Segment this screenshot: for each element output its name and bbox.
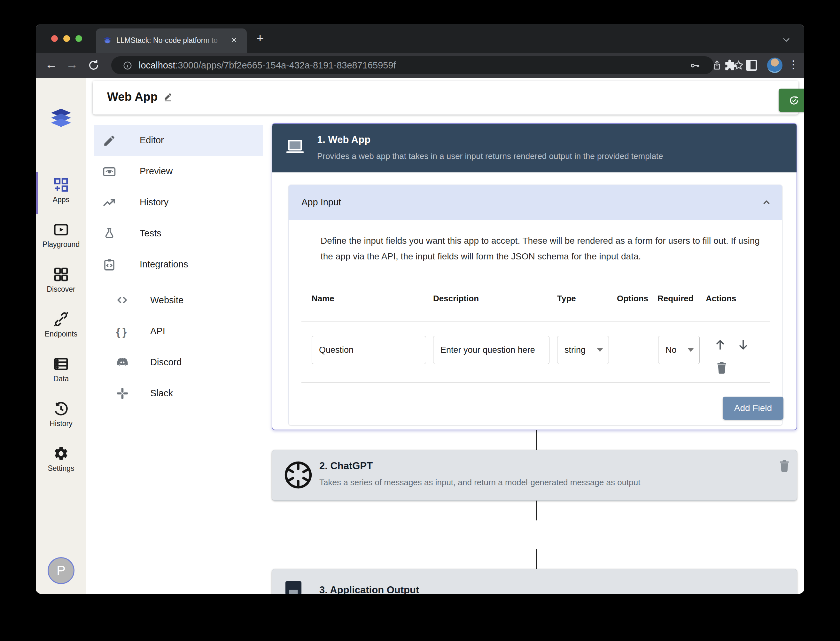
browser-toolbar: ← → localhost:3000/apps/7bf2e665-154a-43… [36, 53, 804, 78]
url-bar[interactable]: localhost:3000/apps/7bf2e665-154a-432a-8… [111, 56, 714, 74]
nav-item-preview[interactable]: Preview [94, 156, 263, 187]
sidebar-label: Playground [36, 240, 86, 249]
move-up-icon[interactable] [713, 338, 727, 352]
nav-label: Website [150, 295, 183, 306]
refresh-button[interactable] [87, 58, 100, 72]
sidebar-item-settings[interactable]: Settings [36, 446, 86, 473]
discover-icon [53, 266, 69, 282]
share-icon[interactable] [712, 60, 723, 71]
app-input-title: App Input [301, 197, 341, 208]
nav-item-history[interactable]: History [94, 187, 263, 218]
browser-tab-bar: LLMStack: No-code platform to × + [36, 24, 804, 53]
collapse-chevron-icon[interactable] [761, 197, 772, 208]
sidebar-item-endpoints[interactable]: Endpoints [36, 311, 86, 338]
nav-item-website[interactable]: Website [94, 285, 263, 316]
openai-logo-icon [284, 460, 313, 490]
sidebar-item-data[interactable]: Data [36, 356, 86, 383]
nav-item-editor[interactable]: Editor [94, 125, 263, 156]
delete-step-trash-icon[interactable] [777, 458, 792, 473]
nav-label: Preview [140, 166, 173, 177]
slack-icon [116, 387, 130, 401]
traffic-light-minimize[interactable] [63, 35, 70, 42]
step1-subtitle: Provides a web app that takes in a user … [317, 151, 663, 161]
url-text: localhost:3000/apps/7bf2e665-154a-432a-8… [139, 60, 396, 71]
back-button[interactable]: ← [42, 55, 60, 73]
forward-button[interactable]: → [63, 55, 81, 73]
page-header: Web App Publish [93, 81, 798, 114]
extensions-puzzle-icon[interactable] [724, 59, 736, 71]
url-host: localhost [139, 60, 175, 70]
traffic-light-close[interactable] [51, 35, 58, 42]
add-field-button[interactable]: Add Field [723, 397, 784, 420]
nav-item-discord[interactable]: Discord [94, 347, 263, 378]
nav-item-tests[interactable]: Tests [94, 218, 263, 249]
sidebar-label: Settings [36, 464, 86, 473]
field-type-select[interactable]: string [557, 336, 609, 364]
sidebar-item-history[interactable]: History [36, 401, 86, 428]
col-header-required: Required [657, 294, 694, 304]
sidebar-label: Apps [36, 195, 86, 204]
app-sidebar: Apps Playground Discover [36, 78, 86, 594]
edit-title-icon[interactable] [164, 92, 173, 102]
integrations-icon [103, 258, 116, 272]
playground-icon [53, 222, 69, 238]
sidebar-item-apps[interactable]: Apps [36, 177, 86, 204]
traffic-light-zoom[interactable] [75, 35, 82, 42]
discord-icon [116, 356, 130, 369]
llmstack-favicon [102, 35, 112, 46]
field-required-select[interactable]: No [658, 336, 700, 364]
app-input-description: Define the input fields you want this ap… [321, 233, 768, 264]
profile-avatar[interactable] [767, 58, 782, 73]
preview-eye-icon [103, 165, 116, 179]
new-tab-icon[interactable]: + [256, 31, 264, 45]
field-description-input[interactable] [433, 336, 549, 364]
app-input-panel: App Input Define the input fields you wa… [288, 185, 782, 425]
endpoints-icon [53, 311, 69, 327]
nav-item-api[interactable]: { } API [94, 316, 263, 347]
browser-window: LLMStack: No-code platform to × + ← → lo… [36, 24, 804, 594]
chevron-down-icon [597, 348, 603, 352]
sidebar-item-discover[interactable]: Discover [36, 266, 86, 294]
flow-connector [536, 430, 537, 450]
side-panel-icon[interactable] [746, 60, 757, 71]
col-header-name: Name [312, 294, 334, 304]
field-type-value: string [564, 345, 586, 355]
nav-label: History [140, 197, 169, 208]
trending-icon [103, 196, 116, 209]
step-card-application-output[interactable]: 3. Application Output [272, 569, 797, 594]
app-input-header[interactable]: App Input [289, 185, 782, 220]
delete-field-trash-icon[interactable] [715, 360, 729, 375]
move-down-icon[interactable] [736, 338, 750, 352]
key-icon[interactable] [690, 60, 700, 71]
nav-item-slack[interactable]: Slack [94, 378, 263, 409]
screenshot-stage: LLMStack: No-code platform to × + ← → lo… [0, 0, 840, 641]
settings-gear-icon [53, 446, 69, 462]
tab-title-fade [201, 35, 224, 48]
table-divider [301, 322, 770, 322]
data-icon [53, 356, 69, 372]
sidebar-label: History [36, 419, 86, 428]
publish-button[interactable]: Publish [779, 89, 804, 112]
field-name-input[interactable] [312, 336, 426, 364]
nav-label: Integrations [140, 259, 188, 270]
browser-tab[interactable]: LLMStack: No-code platform to × [96, 29, 247, 53]
nav-item-integrations[interactable]: Integrations [94, 249, 263, 280]
tab-search-chevron-icon[interactable] [781, 34, 792, 45]
step2-title: 2. ChatGPT [319, 460, 373, 472]
col-header-type: Type [557, 294, 576, 304]
sidebar-label: Endpoints [36, 330, 86, 338]
history-clock-icon [53, 401, 69, 417]
tab-close-icon[interactable]: × [231, 35, 236, 45]
nav-label: Editor [140, 135, 164, 145]
step-card-chatgpt[interactable]: 2. ChatGPT Takes a series of messages as… [272, 450, 797, 501]
nav-label: Tests [140, 228, 161, 238]
browser-menu-icon[interactable]: ⋮ [784, 55, 802, 73]
chevron-down-icon [688, 348, 694, 352]
col-header-actions: Actions [706, 294, 736, 304]
sidebar-item-playground[interactable]: Playground [36, 222, 86, 249]
site-info-icon[interactable] [123, 61, 132, 70]
llmstack-logo[interactable] [47, 104, 75, 132]
table-divider [301, 382, 770, 383]
col-header-options: Options [617, 294, 648, 304]
user-avatar[interactable]: P [48, 557, 74, 584]
